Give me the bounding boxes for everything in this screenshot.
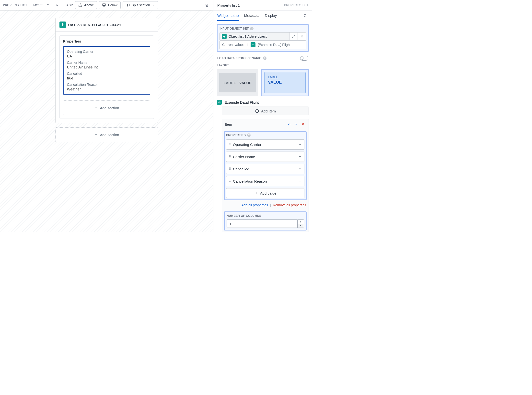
layout-value-text: VALUE <box>268 80 302 85</box>
split-section-label: Split section <box>132 3 150 7</box>
drag-handle-icon[interactable]: ⠿ <box>229 155 231 158</box>
plus-icon <box>94 133 98 137</box>
layout-value-text: VALUE <box>239 81 252 85</box>
add-section-outer-button[interactable]: Add section <box>55 127 158 142</box>
add-label: ADD <box>66 3 73 7</box>
property-list-widget[interactable]: UA1858 DEN->LGA 2018-03-21 Properties Op… <box>55 18 158 123</box>
current-value-row: Current value: 1 [Example Data] Flight <box>220 41 306 49</box>
chevron-down-icon <box>152 4 155 7</box>
widget-title: UA1858 DEN->LGA 2018-03-21 <box>68 23 121 27</box>
clear-input-button[interactable] <box>298 33 306 40</box>
add-item-button[interactable]: Add Item <box>222 107 309 115</box>
add-section-label: Add section <box>100 133 119 137</box>
help-icon[interactable]: ? <box>247 133 251 137</box>
properties-section: PROPERTIES ? ⠿ Operating Carrier ⠿ Carri… <box>224 131 307 200</box>
tab-display[interactable]: Display <box>265 11 277 21</box>
expand-button[interactable] <box>298 167 302 171</box>
property-value: United Air Lines Inc. <box>67 65 146 69</box>
svg-rect-0 <box>79 5 82 7</box>
side-header: Property list 1 PROPERTY LIST <box>213 0 312 11</box>
number-of-columns-input[interactable] <box>227 219 298 228</box>
input-object-set-label: INPUT OBJECT SET ? <box>220 27 306 30</box>
delete-button[interactable] <box>301 12 308 19</box>
side-title: Property list 1 <box>217 3 240 7</box>
item-move-down-button[interactable] <box>293 121 299 127</box>
layout-label-text: LABEL <box>268 75 302 79</box>
chevron-up-icon <box>288 122 291 126</box>
move-down-button[interactable] <box>53 2 60 9</box>
expand-button[interactable] <box>298 143 302 146</box>
breadcrumb: PROPERTY LIST <box>3 2 30 8</box>
chevron-down-icon <box>294 122 298 126</box>
trash-icon <box>303 14 307 18</box>
expand-button[interactable] <box>298 155 302 158</box>
layout-vertical-option[interactable]: LABEL VALUE <box>261 69 309 96</box>
insert-above-icon <box>78 3 82 7</box>
add-value-button[interactable]: Add value <box>226 188 304 198</box>
layout-label: LAYOUT <box>217 64 309 67</box>
add-below-button[interactable]: Below <box>99 1 120 9</box>
property-item[interactable]: ⠿ Carrier Name <box>226 152 304 162</box>
move-up-button[interactable] <box>45 2 51 9</box>
add-section-inner-button[interactable]: Add section <box>63 100 150 115</box>
tab-widget-setup[interactable]: Widget setup <box>217 11 239 21</box>
flight-icon <box>251 42 255 47</box>
close-icon <box>300 35 304 38</box>
panel-title: Properties <box>63 39 150 43</box>
svg-rect-1 <box>103 4 105 5</box>
add-all-properties-link[interactable]: Add all properties <box>241 203 268 207</box>
add-above-button[interactable]: Above <box>75 1 97 9</box>
property-label: Carrier Name <box>67 61 146 65</box>
flight-icon <box>222 34 227 39</box>
property-value: UA <box>67 54 146 58</box>
property-item[interactable]: ⠿ Cancelled <box>226 164 304 174</box>
property-name: Carrier Name <box>233 155 296 159</box>
tab-metadata[interactable]: Metadata <box>244 11 260 21</box>
remove-all-properties-link[interactable]: Remove all properties <box>273 203 306 207</box>
drag-handle-icon[interactable]: ⠿ <box>229 179 231 183</box>
properties-box[interactable]: Operating Carrier UA Carrier Name United… <box>63 46 150 95</box>
object-type-label: [Example Data] Flight <box>224 100 259 104</box>
split-icon <box>126 3 130 7</box>
item-title: Item <box>225 122 285 126</box>
widget-header: UA1858 DEN->LGA 2018-03-21 <box>56 18 158 32</box>
chevron-down-icon <box>298 179 302 183</box>
arrow-up-icon <box>46 3 50 7</box>
current-value-label: Current value: <box>222 43 244 47</box>
edit-input-button[interactable] <box>289 33 298 40</box>
property-label: Operating Carrier <box>67 50 146 54</box>
help-icon[interactable]: ? <box>263 56 266 60</box>
property-item[interactable]: ⠿ Cancellation Reason <box>226 176 304 186</box>
item-delete-button[interactable] <box>300 121 306 127</box>
current-value-count: 1 <box>246 43 248 47</box>
side-type: PROPERTY LIST <box>284 3 308 7</box>
load-scenario-toggle[interactable] <box>300 56 308 61</box>
item-move-up-button[interactable] <box>287 121 292 127</box>
property-item[interactable]: ⠿ Operating Carrier <box>226 139 304 150</box>
split-section-button[interactable]: Split section <box>123 1 158 9</box>
pencil-icon <box>292 35 295 38</box>
flight-icon <box>59 22 66 28</box>
property-label: Cancelled <box>67 72 146 76</box>
help-icon[interactable]: ? <box>250 27 254 30</box>
number-of-columns-section: NUMBER OF COLUMNS ▲ ▼ <box>224 211 307 230</box>
object-type-row: [Example Data] Flight <box>217 100 309 105</box>
expand-button[interactable] <box>298 179 302 183</box>
property-value: true <box>67 76 146 80</box>
property-row: Carrier Name United Air Lines Inc. <box>67 61 146 69</box>
add-above-label: Above <box>84 3 94 7</box>
layout-horizontal-option[interactable]: LABEL VALUE <box>217 69 258 96</box>
spinner-down-button[interactable]: ▼ <box>298 224 304 228</box>
number-spinner: ▲ ▼ <box>298 219 304 228</box>
svg-rect-3 <box>128 4 129 6</box>
property-links-row: Add all properties | Remove all properti… <box>222 202 309 209</box>
property-row: Cancelled true <box>67 72 146 80</box>
drag-handle-icon[interactable]: ⠿ <box>229 143 231 146</box>
layout-label-text: LABEL <box>224 81 236 85</box>
drag-handle-icon[interactable]: ⠿ <box>229 167 231 171</box>
spinner-up-button[interactable]: ▲ <box>298 220 304 224</box>
delete-widget-button[interactable] <box>203 2 210 9</box>
current-value-example: [Example Data] Flight <box>258 43 291 47</box>
plus-icon <box>94 106 98 110</box>
property-value: Weather <box>67 87 146 91</box>
